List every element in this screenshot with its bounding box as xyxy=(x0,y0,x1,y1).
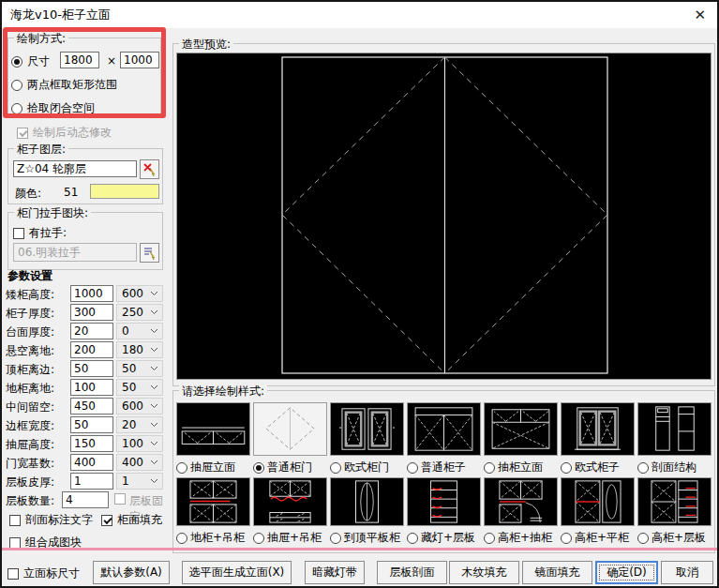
draw-mode-rect-option[interactable]: 两点框取矩形范围 xyxy=(11,77,117,93)
mirror-fill-button[interactable]: 镜面填充 xyxy=(522,561,592,584)
default-params-button[interactable]: 默认参数(A) xyxy=(93,561,170,584)
style-radio[interactable] xyxy=(637,462,649,474)
param-combo[interactable]: 400 xyxy=(116,454,163,471)
handle-checkbox-row[interactable]: 有拉手: xyxy=(13,225,67,241)
group-block-checkbox[interactable] xyxy=(9,537,21,549)
hidden-light-button[interactable]: 暗藏灯带 xyxy=(305,561,365,584)
face-fill-checkbox-row[interactable]: 柜面填充 xyxy=(101,512,162,528)
style-option[interactable]: 藏灯+层板 xyxy=(407,477,481,546)
radio-two-point[interactable] xyxy=(11,80,22,91)
face-fill-checkbox[interactable] xyxy=(101,515,112,526)
param-row: 边框宽度:20 xyxy=(6,416,167,433)
param-value-input[interactable] xyxy=(70,379,113,396)
style-radio[interactable] xyxy=(561,533,572,544)
style-radio[interactable] xyxy=(330,462,341,474)
style-option[interactable]: 高柜+平柜 xyxy=(561,477,635,546)
style-radio[interactable] xyxy=(484,533,495,544)
thumb-normal-cabinet[interactable] xyxy=(407,402,481,456)
thumb-hidden-light-plus-shelf[interactable] xyxy=(407,477,481,526)
style-radio[interactable] xyxy=(637,533,649,544)
param-value-input[interactable] xyxy=(70,304,113,321)
style-radio[interactable] xyxy=(561,462,572,474)
param-combo[interactable]: 1 xyxy=(116,473,163,490)
param-combo[interactable]: 250 xyxy=(116,304,163,321)
thumb-euro-cabinet[interactable] xyxy=(561,402,635,456)
style-option[interactable]: 剖面结构 xyxy=(637,402,712,475)
param-combo[interactable]: 50 xyxy=(116,360,163,377)
thumb-base-plus-wall-cabinet[interactable] xyxy=(176,477,250,526)
window-title: 海龙v10-柜子立面 xyxy=(10,7,111,23)
param-value-input[interactable] xyxy=(70,454,113,471)
param-combo[interactable]: 0 xyxy=(116,323,163,339)
style-radio[interactable] xyxy=(253,462,264,474)
style-option[interactable]: 欧式柜门 xyxy=(330,402,404,475)
param-combo[interactable]: 180 xyxy=(116,341,163,358)
param-value-input[interactable] xyxy=(70,435,113,452)
radio-size[interactable] xyxy=(11,56,22,68)
style-radio[interactable] xyxy=(330,533,341,544)
param-combo[interactable]: 100 xyxy=(116,435,163,452)
style-radio[interactable] xyxy=(176,533,187,544)
param-combo[interactable]: 600 xyxy=(116,398,163,415)
style-radio[interactable] xyxy=(407,462,418,474)
style-option[interactable]: 高柜+抽柜 xyxy=(484,477,558,546)
style-option[interactable]: 地柜+吊柜 xyxy=(176,477,250,546)
param-value-input[interactable] xyxy=(70,398,113,415)
color-label: 颜色: xyxy=(15,186,41,202)
style-radio[interactable] xyxy=(407,533,418,544)
param-value-input[interactable] xyxy=(70,323,113,339)
style-option[interactable]: 抽屉立面 xyxy=(176,402,250,475)
shelf-section-button[interactable]: 层板剖面 xyxy=(377,561,447,584)
thumb-tall-plus-drawer-cabinet[interactable] xyxy=(484,477,558,526)
style-option[interactable]: 抽屉+吊柜 xyxy=(253,477,327,546)
param-value-input[interactable] xyxy=(70,416,113,433)
style-option[interactable]: 普通柜子 xyxy=(407,402,481,475)
wood-fill-button[interactable]: 木纹填充 xyxy=(449,561,519,584)
style-radio[interactable] xyxy=(484,462,495,474)
param-value-input[interactable] xyxy=(70,285,113,302)
thumb-drawer-elevation[interactable] xyxy=(176,402,250,456)
style-option[interactable]: 欧式柜子 xyxy=(561,402,635,475)
width-input[interactable] xyxy=(60,52,99,68)
layer-pick-button[interactable] xyxy=(140,159,159,179)
cancel-button[interactable]: 取消 xyxy=(661,561,713,584)
param-value-input[interactable] xyxy=(70,473,113,490)
close-icon[interactable]: ✕ xyxy=(694,8,706,23)
thumb-section-structure[interactable] xyxy=(637,402,712,456)
thumb-tall-plus-flat-cabinet[interactable] xyxy=(561,477,635,526)
param-combo[interactable]: 50 xyxy=(116,379,163,396)
thumb-tall-plus-shelf-cabinet[interactable] xyxy=(637,477,712,526)
handle-checkbox[interactable] xyxy=(13,228,24,239)
param-combo[interactable]: 600 xyxy=(116,285,163,302)
thumb-normal-door[interactable] xyxy=(253,402,327,456)
shelf-count-input[interactable] xyxy=(62,491,109,508)
draw-mode-size-option[interactable]: 尺寸 xyxy=(11,53,50,69)
group-block-checkbox-row[interactable]: 组合成图块 xyxy=(9,535,82,550)
thumb-drawer-plus-wall-cabinet[interactable] xyxy=(253,477,327,526)
thumb-drawer-cabinet-elevation[interactable] xyxy=(484,402,558,456)
param-value-input[interactable] xyxy=(70,360,113,377)
chevron-down-icon xyxy=(150,328,158,334)
section-text-checkbox[interactable] xyxy=(9,515,21,526)
thumb-full-height-flat-cabinet[interactable] xyxy=(330,477,404,526)
param-value-input[interactable] xyxy=(70,341,113,358)
param-combo[interactable]: 20 xyxy=(116,416,163,433)
thumb-euro-door[interactable] xyxy=(330,402,404,456)
generate-from-plan-button[interactable]: 选平面生成立面(X) xyxy=(182,561,292,584)
style-option[interactable]: 到顶平板柜 xyxy=(330,477,404,546)
style-option[interactable]: 高柜+层板 xyxy=(637,477,712,546)
draw-mode-space-option[interactable]: 拾取闭合空间 xyxy=(11,100,95,116)
style-option[interactable]: 抽柜立面 xyxy=(484,402,558,475)
handle-pick-button[interactable] xyxy=(140,243,159,263)
style-radio[interactable] xyxy=(176,462,187,474)
ok-button[interactable]: 确定(D) xyxy=(595,561,658,584)
red-x-cursor-icon xyxy=(142,162,157,176)
style-radio[interactable] xyxy=(253,533,264,544)
layer-input[interactable]: Z☆04 轮廓层 xyxy=(13,160,137,177)
param-row: 矮柜高度:600 xyxy=(6,285,167,302)
color-swatch[interactable] xyxy=(90,184,159,199)
style-option-selected[interactable]: 普通柜门 xyxy=(253,402,327,475)
section-text-checkbox-row[interactable]: 剖面标注文字 xyxy=(9,512,93,528)
height-input[interactable] xyxy=(120,52,159,68)
radio-closed-space[interactable] xyxy=(11,103,22,114)
